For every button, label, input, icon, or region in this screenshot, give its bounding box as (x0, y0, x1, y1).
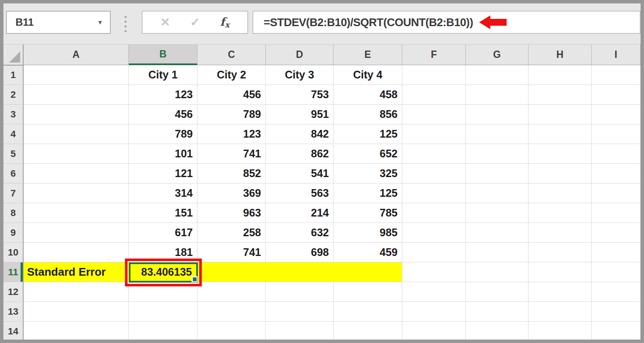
row-header-11[interactable]: 11 (3, 262, 24, 282)
cell-E6[interactable]: 325 (334, 164, 402, 184)
cell-G14[interactable] (466, 322, 529, 340)
cell-I2[interactable] (592, 85, 641, 105)
cell-D6[interactable]: 541 (266, 164, 334, 184)
cell-F2[interactable] (402, 85, 466, 105)
name-box-dropdown-icon[interactable]: ▼ (97, 19, 103, 26)
cell-I8[interactable] (592, 203, 641, 223)
cell-H12[interactable] (529, 282, 592, 302)
row-header-5[interactable]: 5 (3, 144, 24, 164)
cell-E12[interactable] (334, 282, 402, 302)
cell-G3[interactable] (466, 105, 529, 124)
cell-I9[interactable] (592, 223, 641, 243)
formula-bar[interactable]: =STDEV(B2:B10)/SQRT(COUNT(B2:B10)) (252, 11, 641, 34)
cell-B1[interactable]: City 1 (129, 65, 197, 85)
row-header-2[interactable]: 2 (3, 85, 24, 105)
cell-I6[interactable] (592, 164, 641, 184)
cell-C10[interactable]: 741 (197, 243, 266, 262)
column-header-I[interactable]: I (592, 45, 641, 66)
cell-E7[interactable]: 125 (334, 184, 402, 203)
cell-E5[interactable]: 652 (334, 144, 402, 164)
cell-I4[interactable] (592, 124, 641, 144)
cell-H3[interactable] (529, 105, 592, 124)
cell-C11[interactable] (197, 262, 266, 282)
cell-H13[interactable] (529, 302, 592, 322)
cell-F12[interactable] (402, 282, 466, 302)
column-header-B[interactable]: B (129, 45, 197, 66)
column-header-F[interactable]: F (402, 45, 466, 66)
cell-E14[interactable] (334, 322, 402, 340)
cell-H4[interactable] (529, 124, 592, 144)
cell-H7[interactable] (529, 184, 592, 203)
cell-H1[interactable] (529, 65, 592, 85)
cell-C6[interactable]: 852 (197, 164, 266, 184)
cell-C5[interactable]: 741 (197, 144, 266, 164)
cell-F8[interactable] (402, 203, 466, 223)
cell-B5[interactable]: 101 (129, 144, 197, 164)
cell-I7[interactable] (592, 184, 641, 203)
cell-G12[interactable] (466, 282, 529, 302)
cell-G2[interactable] (466, 85, 529, 105)
cell-C7[interactable]: 369 (197, 184, 266, 203)
cell-D11[interactable] (266, 262, 334, 282)
cell-B14[interactable] (129, 322, 197, 340)
cell-D1[interactable]: City 3 (266, 65, 334, 85)
cell-I10[interactable] (592, 243, 641, 262)
cell-A4[interactable] (24, 124, 129, 144)
column-header-G[interactable]: G (466, 45, 529, 66)
cell-H5[interactable] (529, 144, 592, 164)
cell-G5[interactable] (466, 144, 529, 164)
cell-H10[interactable] (529, 243, 592, 262)
cell-H8[interactable] (529, 203, 592, 223)
cell-B13[interactable] (129, 302, 197, 322)
cell-F10[interactable] (402, 243, 466, 262)
cell-I5[interactable] (592, 144, 641, 164)
cell-C8[interactable]: 963 (197, 203, 266, 223)
cell-F9[interactable] (402, 223, 466, 243)
cell-B12[interactable] (129, 282, 197, 302)
cell-A11[interactable]: Standard Error (24, 262, 129, 282)
column-header-C[interactable]: C (197, 45, 266, 66)
cell-B3[interactable]: 456 (129, 105, 197, 124)
cell-D13[interactable] (266, 302, 334, 322)
cell-E2[interactable]: 458 (334, 85, 402, 105)
cell-D8[interactable]: 214 (266, 203, 334, 223)
cell-D14[interactable] (266, 322, 334, 340)
cell-F6[interactable] (402, 164, 466, 184)
row-header-4[interactable]: 4 (3, 124, 24, 144)
cell-B9[interactable]: 617 (129, 223, 197, 243)
cell-A1[interactable] (24, 65, 129, 85)
cancel-icon[interactable]: ✕ (160, 15, 170, 29)
cell-A14[interactable] (24, 322, 129, 340)
row-header-10[interactable]: 10 (3, 243, 24, 262)
cell-C14[interactable] (197, 322, 266, 340)
cell-G4[interactable] (466, 124, 529, 144)
cell-C12[interactable] (197, 282, 266, 302)
cell-F3[interactable] (402, 105, 466, 124)
row-header-12[interactable]: 12 (3, 282, 24, 302)
cell-I1[interactable] (592, 65, 641, 85)
cell-F7[interactable] (402, 184, 466, 203)
cell-F14[interactable] (402, 322, 466, 340)
cell-A12[interactable] (24, 282, 129, 302)
cell-A8[interactable] (24, 203, 129, 223)
row-header-13[interactable]: 13 (3, 302, 24, 322)
cell-A9[interactable] (24, 223, 129, 243)
cell-E9[interactable]: 985 (334, 223, 402, 243)
name-box[interactable]: B11 ▼ (6, 11, 111, 34)
cell-C4[interactable]: 123 (197, 124, 266, 144)
cell-E3[interactable]: 856 (334, 105, 402, 124)
cell-H6[interactable] (529, 164, 592, 184)
cell-F1[interactable] (402, 65, 466, 85)
cell-C13[interactable] (197, 302, 266, 322)
row-header-1[interactable]: 1 (3, 65, 24, 85)
cell-A3[interactable] (24, 105, 129, 124)
row-header-14[interactable]: 14 (3, 322, 24, 340)
cell-H11[interactable] (529, 262, 592, 282)
cell-D4[interactable]: 842 (266, 124, 334, 144)
cell-C9[interactable]: 258 (197, 223, 266, 243)
cell-F13[interactable] (402, 302, 466, 322)
cell-B11[interactable]: 83.406135 (129, 262, 197, 282)
cell-I11[interactable] (592, 262, 641, 282)
cell-B8[interactable]: 151 (129, 203, 197, 223)
cell-H9[interactable] (529, 223, 592, 243)
